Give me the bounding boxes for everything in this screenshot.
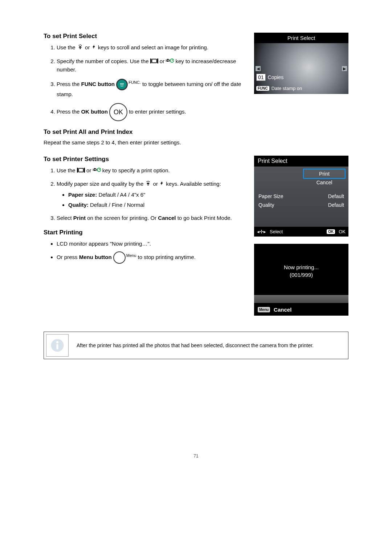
svg-rect-7 — [77, 168, 78, 173]
progress-bar — [254, 295, 348, 303]
func-button-icon — [116, 79, 128, 90]
func-label: FUNC. — [128, 80, 141, 85]
page-number: 71 — [44, 454, 348, 459]
paper-size-value: Default — [328, 193, 344, 199]
menu-button-label: Menu button — [79, 254, 112, 260]
svg-rect-10 — [93, 169, 93, 171]
svg-rect-2 — [157, 58, 158, 63]
paper-size-values: Default / A4 / 4"x 6" — [97, 192, 145, 198]
text: Press the — [57, 81, 81, 87]
copies-value: ▴ 01 ▾ — [256, 74, 266, 81]
ok-label: OK — [339, 229, 346, 234]
info-icon — [46, 334, 69, 357]
text: Or press — [57, 254, 79, 260]
lcd-title: Print Select — [254, 156, 348, 167]
func-pill: FUNC — [256, 86, 269, 91]
lcd-title: Print Select — [254, 33, 348, 43]
macro-icon — [77, 44, 83, 52]
next-arrow-icon: ▶ — [342, 66, 347, 71]
lcd-printer-settings: Print Select Print Cancel Paper Size Def… — [254, 156, 348, 237]
lcd-image-preview: ◀ ▶ ▴ 01 ▾ Copies FUNC Date stamp on — [254, 43, 348, 94]
cancel-label: Cancel — [158, 215, 176, 221]
paper-size-label: Paper size: — [68, 192, 97, 198]
step: Press the OK button OK to enter printer … — [57, 103, 243, 121]
menu-label: Menu — [126, 253, 136, 258]
copies-row: ▴ 01 ▾ Copies — [256, 74, 283, 81]
paper-size-row: Paper Size Default — [258, 192, 344, 201]
date-stamp-label: Date stamp on — [271, 86, 302, 91]
cancel-selection: Cancel — [303, 180, 346, 185]
quality-label: Quality: — [68, 202, 89, 208]
copies-label: Copies — [268, 74, 284, 80]
list-item: Or press Menu button Menu to stop printi… — [57, 251, 243, 264]
svg-rect-9 — [84, 168, 85, 173]
svg-point-4 — [168, 60, 169, 61]
print-selection: Print — [303, 169, 346, 179]
heading-print-all-index: To set Print All and Print Index — [44, 128, 243, 136]
text: to go back Print Mode. — [177, 215, 232, 221]
sub-item: Quality: Default / Fine / Normal — [68, 201, 243, 209]
text: Press the — [57, 108, 81, 115]
chevron-up-icon: ▴ — [260, 70, 262, 73]
text: Use the — [57, 44, 77, 50]
svg-rect-1 — [152, 59, 156, 63]
text: or — [86, 167, 93, 173]
note-text: After the printer has printed all the ph… — [77, 342, 314, 349]
step: Specify the number of copies. Use the or… — [57, 57, 243, 74]
heading-start-printing: Start Printing — [44, 229, 243, 236]
paragraph: Repeat the same steps 2 to 4, then enter… — [44, 139, 243, 145]
ok-button-icon: OK — [109, 103, 127, 121]
display-icon — [150, 58, 158, 66]
text: Select — [57, 215, 73, 221]
step: Use the or key to specify a print option… — [57, 167, 243, 175]
nav-arrows-icon: ◂✢▸ — [257, 229, 266, 234]
printing-progress: (001/999) — [254, 271, 348, 279]
flash-icon — [159, 180, 164, 189]
flash-icon — [91, 44, 97, 52]
svg-point-16 — [56, 341, 58, 343]
quality-key: Quality — [258, 202, 274, 208]
paper-size-key: Paper Size — [258, 193, 283, 199]
menu-button-icon — [113, 251, 126, 264]
text: to enter printer settings. — [129, 108, 186, 115]
date-stamp-row: FUNC Date stamp on — [256, 86, 302, 91]
svg-rect-12 — [96, 169, 97, 171]
display-icon — [77, 167, 85, 175]
heading-printer-settings: To set Printer Settings — [44, 156, 243, 163]
menu-pill: Menu — [258, 307, 270, 312]
timer-icon — [166, 58, 174, 66]
ok-pill: OK — [327, 229, 335, 234]
text: to stop printing anytime. — [138, 254, 196, 260]
text: Use the — [57, 167, 77, 173]
quality-value: Default — [328, 202, 344, 208]
text: or — [160, 58, 166, 64]
step: Select Print on the screen for printing.… — [57, 214, 243, 222]
list-item: LCD monitor appears "Now printing…". — [57, 240, 243, 248]
print-label: Print — [73, 215, 86, 221]
cancel-label: Cancel — [274, 307, 291, 313]
func-button-label: FUNC button — [81, 81, 115, 87]
svg-rect-15 — [57, 344, 58, 349]
svg-rect-5 — [170, 59, 170, 62]
macro-icon — [145, 180, 151, 189]
step: Modify paper size and quality by the or … — [57, 180, 243, 209]
text: Specify the number of copies. Use the — [57, 58, 150, 64]
sub-item: Paper size: Default / A4 / 4"x 6" — [68, 191, 243, 199]
printing-text: Now printing... — [254, 264, 348, 271]
text: or — [153, 181, 160, 187]
text: keys. Available setting: — [166, 181, 221, 187]
text: key to specify a print option. — [102, 167, 170, 173]
ok-button-label: OK button — [81, 108, 108, 115]
step: Use the or keys to scroll and select an … — [57, 44, 243, 52]
svg-rect-0 — [150, 58, 151, 63]
timer-icon — [93, 167, 101, 175]
quality-row: Quality Default — [258, 201, 344, 209]
lcd-print-select-preview: Print Select ◀ ▶ ▴ 01 ▾ Copies FUNC — [254, 33, 348, 94]
svg-rect-8 — [78, 168, 83, 172]
quality-values: Default / Fine / Normal — [89, 202, 144, 208]
lcd-now-printing: Now printing... (001/999) Menu Cancel — [254, 244, 348, 316]
text: or — [85, 44, 91, 50]
chevron-down-icon: ▾ — [260, 81, 262, 85]
select-label: Select — [270, 229, 283, 234]
info-note: After the printer has printed all the ph… — [44, 332, 348, 359]
